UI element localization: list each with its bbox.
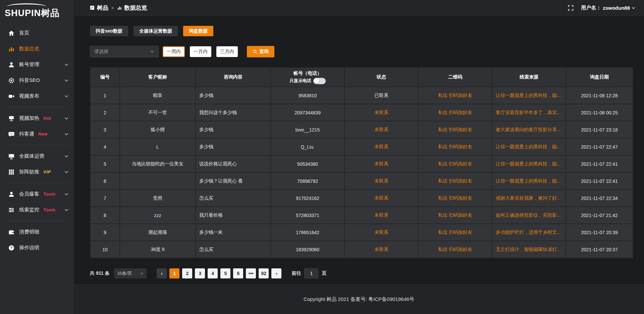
sidebar-item-lead-monitor[interactable]: 线索监控 Tools <box>0 202 74 218</box>
sidebar-item-doukertong[interactable]: 抖客通 New <box>0 126 74 142</box>
cell-content: 多少钱？让我死心 看 <box>196 173 271 190</box>
monitor-icon <box>8 153 15 160</box>
cell-qrcode-link[interactable]: 私信 扫码加好友 <box>419 173 492 190</box>
cell-qrcode-link[interactable]: 私信 扫码加好友 <box>419 190 492 207</box>
sidebar-item-consume-detail[interactable]: 消费明细 <box>0 224 74 240</box>
tab-inquiry-data[interactable]: 询盘数据 <box>183 26 213 36</box>
cell-account: 2097344839 <box>271 104 345 121</box>
column-header-label: 帐号（电话） <box>293 70 322 76</box>
sidebar-item-data-overview[interactable]: 数据总览 <box>0 41 74 57</box>
page-button-5[interactable]: 5 <box>220 268 230 278</box>
cell-qrcode-link[interactable]: 私信 扫码加好友 <box>419 207 492 224</box>
goto-page-input[interactable] <box>304 268 318 278</box>
page-unit-label: 页 <box>322 270 326 276</box>
breadcrumb-item-root[interactable]: 树品 <box>97 4 108 12</box>
cell-qrcode-link[interactable]: 私信 扫码加好友 <box>419 156 492 173</box>
chevron-down-icon <box>150 50 154 53</box>
chevron-down-icon <box>64 79 68 82</box>
cell-qrcode-link[interactable]: 私信 扫码加好友 <box>419 139 492 156</box>
chevron-down-icon <box>140 272 144 275</box>
sidebar-item-douyin-seo[interactable]: 抖音SEO <box>0 72 74 88</box>
cell-nickname: 暇章 <box>120 87 196 104</box>
inquiry-table: 编号客户昵称咨询内容 帐号（电话） 只显示电话 状态二维码线索来源询盘日期1暇章… <box>90 67 633 258</box>
sidebar-item-account-management[interactable]: 账号管理 <box>0 57 74 72</box>
column-header-6: 线索来源 <box>492 67 566 87</box>
table-row: 4L多少钱Q_Liu.未联系私信 扫码加好友让你一眼就爱上的黑科技，能...20… <box>90 139 633 156</box>
cell-source-link[interactable]: 无主灯设计，智能磁吸轨道灯... <box>492 241 566 258</box>
goto-page: 前往 页 <box>291 268 326 278</box>
range-button-one-month[interactable]: 一月内 <box>190 46 211 57</box>
chevron-down-icon <box>64 209 68 211</box>
cell-content: 多少钱 <box>196 121 271 139</box>
table-row: 3狐小狸多少钱love__1215未联系私信 扫码加好友被大家追着问的客厅投影分… <box>90 121 633 139</box>
cell-status: 已联系 <box>345 87 419 104</box>
sidebar-item-label: 全媒体运营 <box>19 153 44 159</box>
query-button-label: 查询 <box>259 49 269 55</box>
sidebar-divider <box>5 107 68 107</box>
cell-content: 怎么买 <box>196 190 271 207</box>
query-button[interactable]: 查询 <box>247 46 274 57</box>
cell-account: 572803371 <box>271 207 345 224</box>
breadcrumb-item-current[interactable]: 数据总览 <box>124 4 147 12</box>
user-menu[interactable]: 用户名：zswodun88 <box>581 5 635 11</box>
cell-account: 50534380 <box>271 156 345 173</box>
page-button-4[interactable]: 4 <box>208 268 218 278</box>
cell-nickname <box>120 173 196 190</box>
page-button-6[interactable]: 6 <box>233 268 243 278</box>
column-header-2: 咨询内容 <box>196 67 271 87</box>
cell-qrcode-link[interactable]: 私信 扫码加好友 <box>419 224 492 241</box>
cell-source-link[interactable]: 被大家追着问的客厅投影分享... <box>492 121 566 139</box>
tab-media-operation-data[interactable]: 全媒体运营数据 <box>133 26 178 36</box>
cell-qrcode-link[interactable]: 私信 扫码加好友 <box>419 241 492 258</box>
phone-toggle-label: 只显示电话 <box>289 78 311 84</box>
page-button-92[interactable]: 92 <box>259 268 269 278</box>
cell-source-link[interactable]: 客厅安装投影半年多了，真实... <box>492 104 566 121</box>
cell-source-link[interactable]: 让你一眼就爱上的黑科技，能... <box>492 87 566 104</box>
page-size-value: 10条/页 <box>117 270 132 276</box>
sidebar-divider <box>5 145 68 145</box>
cell-no: 10 <box>90 241 120 258</box>
page-size-select[interactable]: 10条/页 <box>114 268 147 278</box>
prev-page-button[interactable]: ‹ <box>157 268 167 278</box>
user-icon <box>8 61 15 68</box>
page-button-2[interactable]: 2 <box>182 268 192 278</box>
cell-qrcode-link[interactable]: 私信 扫码加好友 <box>419 121 492 139</box>
next-page-button[interactable]: › <box>271 268 281 278</box>
fullscreen-icon[interactable] <box>568 5 574 11</box>
filter-select[interactable]: 请选择 <box>90 46 159 57</box>
cell-qrcode-link[interactable]: 私信 扫码加好友 <box>419 87 492 104</box>
cell-source-link[interactable]: 感谢大家喜欢我家，被问了好... <box>492 190 566 207</box>
sidebar-item-member-baoke[interactable]: 会员爆客 Tools <box>0 186 74 202</box>
range-button-one-week[interactable]: 一周内 <box>163 46 185 57</box>
cell-qrcode-link[interactable]: 私信 扫码加好友 <box>419 104 492 121</box>
sidebar-item-label: 消费明细 <box>19 229 39 235</box>
column-header-account: 帐号（电话） 只显示电话 <box>271 67 345 87</box>
sidebar-item-home[interactable]: 首页 <box>0 25 74 41</box>
sidebar-item-matrix-boost[interactable]: 矩阵助推 VIP <box>0 164 74 180</box>
cell-account: 178651642 <box>271 224 345 241</box>
sidebar-item-operation-guide[interactable]: ? 操作说明 <box>0 240 74 256</box>
sidebar-item-video-heat[interactable]: 视频加热 Hot <box>0 110 74 126</box>
page-button-1[interactable]: 1 <box>169 268 179 278</box>
sidebar-item-media-operation[interactable]: 全媒体运营 <box>0 148 74 164</box>
cell-nickname: L <box>120 139 196 156</box>
cell-source-link[interactable]: 让你一眼就爱上的黑科技，能... <box>492 139 566 156</box>
page-button-3[interactable]: 3 <box>195 268 205 278</box>
cell-content: 多少钱一米 <box>196 224 271 241</box>
phone-only-toggle[interactable] <box>313 78 326 84</box>
tab-douyin-seo-data[interactable]: 抖音seo数据 <box>90 26 128 36</box>
cell-source-link[interactable]: 让你一眼就爱上的黑科技，能... <box>492 156 566 173</box>
cell-nickname: 不可一世 <box>120 104 196 121</box>
sidebar-item-video-publish[interactable]: 视频发布 <box>0 88 74 104</box>
logo-arc <box>7 3 46 7</box>
brand-logo[interactable]: SHUPIN树品 <box>0 0 74 21</box>
range-button-three-months[interactable]: 三月内 <box>216 46 238 57</box>
page-ellipsis-button[interactable]: ••• <box>246 268 256 278</box>
column-header-1: 客户昵称 <box>120 67 196 87</box>
sidebar-item-label: 视频加热 <box>19 115 39 121</box>
cell-source-link[interactable]: 让你一眼就爱上的黑科技，能... <box>492 173 566 190</box>
cell-status: 未联系 <box>345 207 419 224</box>
cell-source-link[interactable]: 如何正确选择投影仪，买投影... <box>492 207 566 224</box>
svg-text:?: ? <box>10 246 12 250</box>
cell-source-link[interactable]: 多功能护栏灯，适用于乡村文... <box>492 224 566 241</box>
